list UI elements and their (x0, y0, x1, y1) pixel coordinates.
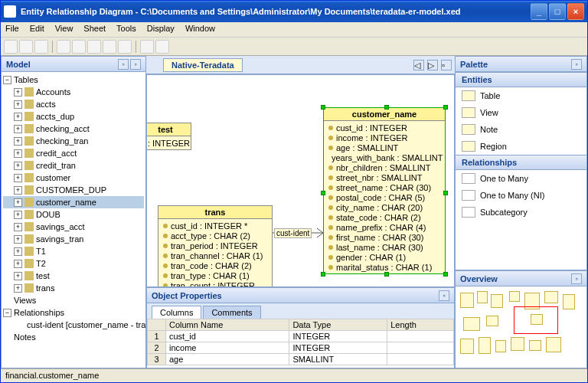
expand-icon[interactable]: + (14, 149, 22, 158)
relationship-label[interactable]: cust-ident (274, 228, 312, 238)
palette-item[interactable]: Region (456, 138, 586, 155)
new-button[interactable] (4, 40, 18, 54)
panel-close-icon[interactable]: ▫ (571, 59, 582, 70)
menu-view[interactable]: View (55, 24, 74, 35)
panel-collapse-icon[interactable]: ▫ (118, 59, 129, 70)
panel-close-icon[interactable]: ▫ (130, 59, 141, 70)
expand-icon[interactable]: + (14, 137, 22, 146)
palette-item[interactable]: Subcategory (456, 204, 586, 221)
menu-sheet[interactable]: Sheet (83, 24, 106, 35)
col-header[interactable] (148, 319, 166, 331)
tree-root[interactable]: Tables (14, 75, 38, 84)
tab-comments[interactable]: Comments (203, 306, 260, 319)
palette-item[interactable]: Note (456, 121, 586, 138)
zoom-fit-button[interactable] (87, 40, 101, 54)
expand-icon[interactable]: + (14, 186, 22, 195)
tree-relationships[interactable]: Relationships (14, 308, 64, 317)
tree-item[interactable]: credit_tran (36, 161, 76, 170)
expand-icon[interactable]: + (14, 174, 22, 182)
zoom-in-button[interactable] (57, 40, 70, 54)
tree-item[interactable]: trans (36, 283, 54, 293)
properties-table[interactable]: Column Name Data Type Length 1cust_idINT… (147, 319, 454, 368)
resize-handle[interactable] (443, 105, 448, 110)
menu-window[interactable]: Window (185, 24, 215, 35)
tree-notes[interactable]: Notes (14, 332, 36, 342)
palette-entities-header[interactable]: Entities (456, 72, 586, 87)
palette-item[interactable]: One to Many (NI) (456, 187, 586, 204)
panel-close-icon[interactable]: ▫ (439, 290, 449, 301)
diagram-canvas[interactable]: test : INTEGER trans cust_id : INTEGER *… (146, 74, 455, 287)
expand-icon[interactable]: + (14, 162, 22, 170)
expand-icon[interactable]: + (14, 235, 22, 244)
col-header[interactable]: Column Name (166, 319, 289, 331)
snap-button[interactable] (155, 40, 169, 54)
model-tree[interactable]: −Tables +Accounts+accts+accts_dup+checki… (2, 72, 145, 368)
expand-icon[interactable]: + (14, 260, 22, 268)
palette-item[interactable]: View (456, 104, 586, 121)
tree-item[interactable]: savings_acct (36, 222, 85, 231)
collapse-icon[interactable]: − (3, 309, 11, 317)
tree-item[interactable]: customer (36, 173, 70, 182)
tree-item[interactable]: Accounts (36, 87, 70, 97)
tree-item[interactable]: DOUB (36, 210, 60, 219)
menu-edit[interactable]: Edit (30, 24, 44, 35)
expand-icon[interactable]: + (14, 125, 22, 133)
resize-handle[interactable] (384, 105, 389, 110)
expand-icon[interactable]: + (14, 247, 22, 256)
menu-tools[interactable]: Tools (116, 24, 136, 35)
tab-columns[interactable]: Columns (152, 306, 201, 319)
save-button[interactable] (19, 40, 33, 54)
resize-handle[interactable] (321, 191, 325, 195)
tree-item[interactable]: accts (36, 100, 56, 109)
overview-canvas[interactable] (456, 286, 586, 368)
tab-prev-icon[interactable]: ◁ (413, 60, 424, 70)
panel-close-icon[interactable]: ▫ (571, 273, 582, 284)
tree-item[interactable]: credit_acct (36, 149, 77, 158)
tree-item[interactable]: CUSTOMER_DUP (36, 185, 106, 195)
table-row[interactable]: 3ageSMALLINT (148, 354, 454, 365)
table-row[interactable]: 2incomeINTEGER (148, 342, 454, 354)
expand-icon[interactable]: + (14, 100, 22, 109)
collapse-icon[interactable]: − (3, 76, 11, 84)
resize-handle[interactable] (321, 272, 325, 277)
diagram-tab[interactable]: Native-Teradata (163, 58, 243, 72)
resize-handle[interactable] (384, 272, 389, 277)
tab-next-icon[interactable]: ▷ (427, 60, 438, 70)
expand-icon[interactable]: + (14, 272, 22, 280)
expand-icon[interactable]: + (14, 284, 22, 293)
tree-rel-item[interactable]: cust-ident [customer_name - trans] (27, 320, 145, 329)
tree-item[interactable]: test (36, 271, 50, 280)
expand-icon[interactable]: + (14, 223, 22, 231)
tree-item[interactable]: customer_name (36, 198, 96, 207)
tree-views[interactable]: Views (14, 296, 36, 305)
tree-item[interactable]: T1 (36, 247, 46, 256)
zoom-region-button[interactable] (118, 40, 132, 54)
palette-rel-header[interactable]: Relationships (456, 155, 586, 170)
zoom-actual-button[interactable] (103, 40, 116, 54)
palette-item[interactable]: One to Many (456, 170, 586, 187)
zoom-out-button[interactable] (72, 40, 86, 54)
entity-test[interactable]: test : INTEGER (146, 123, 191, 150)
tree-item[interactable]: checking_tran (36, 136, 89, 146)
tree-item[interactable]: savings_tran (36, 234, 83, 244)
tree-item[interactable]: checking_acct (36, 124, 90, 133)
print-button[interactable] (34, 40, 48, 54)
resize-handle[interactable] (321, 105, 325, 110)
grid-button[interactable] (140, 40, 154, 54)
expand-icon[interactable]: + (14, 211, 22, 219)
menu-display[interactable]: Display (147, 24, 175, 35)
expand-icon[interactable]: + (14, 88, 22, 97)
overview-viewport[interactable] (514, 306, 558, 334)
resize-handle[interactable] (443, 191, 448, 195)
col-header[interactable]: Length (387, 319, 454, 331)
menu-file[interactable]: File (5, 24, 19, 35)
resize-handle[interactable] (443, 272, 448, 277)
entity-trans[interactable]: trans cust_id : INTEGER *acct_type : CHA… (158, 205, 273, 287)
minimize-button[interactable]: _ (531, 3, 547, 20)
tree-item[interactable]: T2 (36, 259, 46, 268)
expand-icon[interactable]: + (14, 113, 22, 121)
table-row[interactable]: 1cust_idINTEGER (148, 331, 454, 342)
entity-customer-name[interactable]: customer_name cust_id : INTEGERincome : … (323, 107, 446, 274)
tab-max-icon[interactable]: ▫ (441, 60, 452, 70)
col-header[interactable]: Data Type (289, 319, 387, 331)
